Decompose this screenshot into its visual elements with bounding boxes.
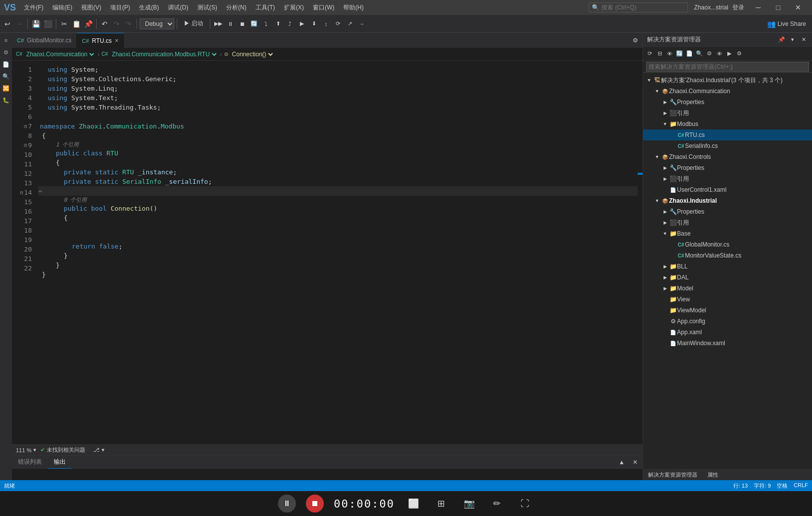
menu-extensions[interactable]: 扩展(X)	[280, 1, 308, 14]
tree-serialinfo[interactable]: ▶ C# SerialInfo.cs	[643, 140, 812, 151]
toolbar-undo2-btn[interactable]: ↷	[123, 18, 134, 29]
activity-item-5[interactable]: 🔀	[0, 83, 11, 94]
tree-userctrl[interactable]: ▶ 📄 UserControl1.xaml	[643, 184, 812, 195]
code-content[interactable]: using System; using System.Collections.G…	[36, 61, 638, 444]
tree-toggle-ind-props[interactable]: ▶	[661, 208, 669, 216]
tree-toggle-comm-props[interactable]: ▶	[661, 98, 669, 106]
tree-monitorstate[interactable]: ▶ C# MonitorValueState.cs	[643, 250, 812, 261]
activity-item-2[interactable]: ⚙	[0, 47, 11, 58]
tree-toggle-ctrl-refs[interactable]: ▶	[661, 175, 669, 183]
rec-stop-button[interactable]: ⏹	[306, 495, 324, 513]
minimize-button[interactable]: ─	[748, 0, 768, 15]
tab-globalmonitor[interactable]: C# GlobalMonitor.cs	[12, 33, 77, 48]
start-button[interactable]: ▶ 启动	[180, 18, 207, 29]
liveshare-button[interactable]: 👥 Live Share	[763, 19, 810, 29]
tree-model[interactable]: ▶ 📁 Model	[643, 283, 812, 294]
tab-settings-btn[interactable]: ⚙	[628, 33, 643, 48]
se-toolbar-settings[interactable]: ⚙	[735, 49, 744, 58]
toolbar-dbg8[interactable]: ▶	[296, 18, 307, 29]
activity-item-6[interactable]: 🐛	[0, 95, 11, 106]
toolbar-paste-btn[interactable]: 📌	[83, 18, 94, 29]
tree-toggle-comm[interactable]: ▼	[653, 87, 661, 95]
menu-analyze[interactable]: 分析(N)	[222, 1, 251, 14]
toolbar-dbg5[interactable]: ⤵	[261, 18, 271, 29]
toolbar-dbg4[interactable]: 🔄	[249, 18, 260, 29]
se-toolbar-more[interactable]: ▶	[725, 49, 734, 58]
editor-scrollbar[interactable]	[638, 61, 643, 444]
code-editor[interactable]: 1 2 3 4 5 6 ⊟7 8 ⊟9 10 11 12 13 ⊟14 15 1…	[12, 61, 643, 444]
tree-toggle-ctrl-props[interactable]: ▶	[661, 164, 669, 172]
close-button[interactable]: ✕	[788, 0, 808, 15]
breadcrumb-namespace-select[interactable]: Zhaoxi.Communication	[24, 50, 96, 58]
toolbar-dbg10[interactable]: ↕	[320, 18, 331, 29]
tree-ind-props[interactable]: ▶ 🔧 Properties	[643, 206, 812, 217]
zoom-control[interactable]: 111 % ▾	[16, 447, 36, 453]
tree-view[interactable]: ▶ 📁 View	[643, 294, 812, 305]
branch-indicator[interactable]: ⎇ ▾	[93, 447, 105, 453]
menu-tools[interactable]: 工具(T)	[252, 1, 279, 14]
tree-ctrl-refs[interactable]: ▶ ⬛ 引用	[643, 173, 812, 184]
debug-config-select[interactable]: Debug	[139, 18, 174, 29]
tree-viewmodel[interactable]: ▶ 📁 ViewModel	[643, 305, 812, 316]
tree-comm-props[interactable]: ▶ 🔧 Properties	[643, 97, 812, 108]
toolbar-save-btn[interactable]: 💾	[30, 18, 41, 29]
tree-ind-refs[interactable]: ▶ ⬛ 引用	[643, 217, 812, 228]
tree-appconfig[interactable]: ▶ ⚙ App.config	[643, 316, 812, 327]
maximize-button[interactable]: □	[768, 0, 788, 15]
tree-toggle-bll[interactable]: ▶	[661, 262, 669, 270]
tree-toggle-dal[interactable]: ▶	[661, 273, 669, 281]
tree-toggle-comm-refs[interactable]: ▶	[661, 109, 669, 117]
breadcrumb-method-select[interactable]: Connection()	[230, 50, 274, 58]
toolbar-dbg11[interactable]: ⟳	[332, 18, 343, 29]
toolbar-forward-btn[interactable]: →	[14, 18, 25, 29]
se-pin-icon[interactable]: 📌	[777, 35, 786, 44]
rec-pen-icon[interactable]: ✏	[488, 495, 506, 513]
tree-toggle-base[interactable]: ▼	[661, 230, 669, 238]
toolbar-saveall-btn[interactable]: ⬛	[42, 18, 53, 29]
tree-appxaml[interactable]: ▶ 📄 App.xaml	[643, 327, 812, 338]
tree-mainwindow[interactable]: ▶ 📄 MainWindow.xaml	[643, 338, 812, 349]
tree-toggle-solution[interactable]: ▼	[645, 76, 653, 84]
se-toolbar-refresh[interactable]: 🔄	[675, 49, 684, 58]
tree-globalmonitor[interactable]: ▶ C# GlobalMonitor.cs	[643, 239, 812, 250]
rec-shrink-icon[interactable]: ⊞	[432, 495, 450, 513]
se-close-icon[interactable]: ✕	[799, 35, 808, 44]
login-button[interactable]: 登录	[732, 3, 744, 12]
tab-output[interactable]: 输出	[48, 456, 72, 469]
title-search-box[interactable]: 🔍	[588, 2, 688, 12]
tree-comm[interactable]: ▼ 📦 Zhaoxi.Communication	[643, 86, 812, 97]
menu-view[interactable]: 视图(V)	[77, 1, 105, 14]
toolbar-cut-btn[interactable]: ✂	[59, 18, 70, 29]
tree-toggle-industrial[interactable]: ▼	[653, 197, 661, 205]
se-toolbar-showall[interactable]: 👁	[665, 49, 674, 58]
status-encoding[interactable]: CRLF	[794, 482, 808, 490]
tree-modbus[interactable]: ▼ 📁 Modbus	[643, 119, 812, 129]
se-toolbar-filter[interactable]: 🔍	[695, 49, 704, 58]
tree-toggle-model[interactable]: ▶	[661, 284, 669, 292]
se-toolbar-props[interactable]: ⚙	[705, 49, 714, 58]
tree-bll[interactable]: ▶ 📁 BLL	[643, 261, 812, 272]
tree-toggle-controls[interactable]: ▼	[653, 153, 661, 161]
title-search-input[interactable]	[601, 4, 676, 11]
se-toolbar-syncview[interactable]: ⟳	[645, 49, 654, 58]
toolbar-dbg7[interactable]: ⤴	[284, 18, 295, 29]
se-search-bar[interactable]	[643, 61, 812, 73]
activity-item-1[interactable]: ≡	[0, 35, 11, 46]
toolbar-copy-btn[interactable]: 📋	[71, 18, 82, 29]
se-bottom-tab-props[interactable]: 属性	[702, 470, 723, 480]
status-row[interactable]: 行: 13	[733, 482, 748, 490]
toolbar-dbg1[interactable]: ▶▶	[213, 18, 224, 29]
tab-error-list[interactable]: 错误列表	[12, 456, 48, 468]
menu-test[interactable]: 测试(S)	[193, 1, 221, 14]
menu-help[interactable]: 帮助(H)	[339, 1, 368, 14]
tree-comm-refs[interactable]: ▶ ⬛ 引用	[643, 108, 812, 119]
se-toolbar-preview[interactable]: 👁	[715, 49, 724, 58]
toolbar-undo-btn[interactable]: ↶	[99, 18, 110, 29]
toolbar-dbg6[interactable]: ⬆	[272, 18, 283, 29]
rec-camera-icon[interactable]: 📷	[460, 495, 478, 513]
issues-indicator[interactable]: ✔ 未找到相关问题	[40, 446, 85, 454]
se-search-input[interactable]	[646, 62, 809, 72]
menu-file[interactable]: 文件(F)	[20, 1, 47, 14]
se-toolbar-collapseall[interactable]: ⊟	[655, 49, 664, 58]
activity-item-4[interactable]: 🔍	[0, 71, 11, 82]
